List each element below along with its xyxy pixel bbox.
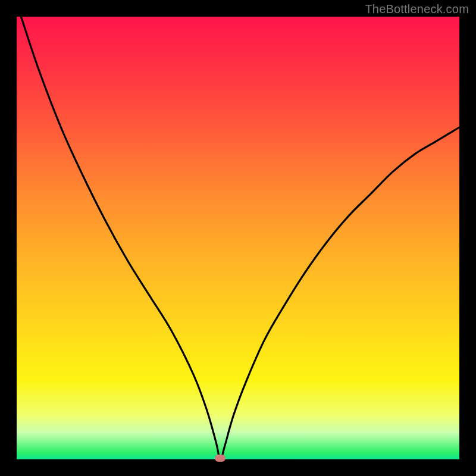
watermark-text: TheBottleneck.com (365, 2, 469, 16)
minimum-marker (215, 455, 226, 462)
plot-area (17, 17, 459, 459)
bottleneck-curve (17, 17, 459, 459)
chart-frame: TheBottleneck.com (0, 0, 476, 476)
